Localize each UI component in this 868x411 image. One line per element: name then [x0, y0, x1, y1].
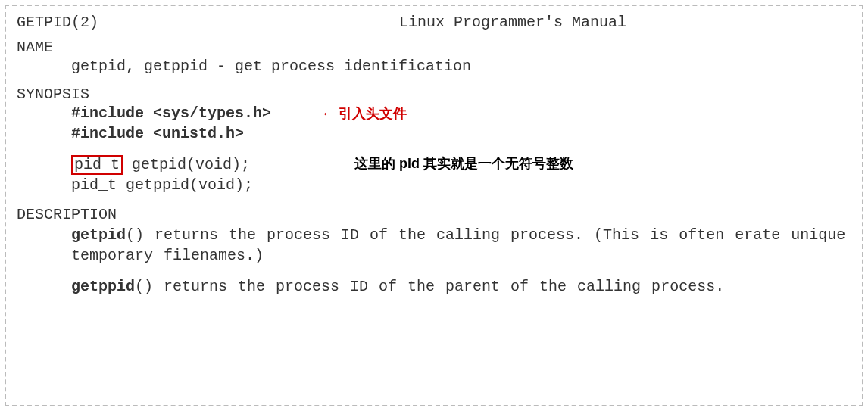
prototype-getpid: pid_t getpid(void);	[71, 154, 321, 175]
include-unistd: #include <unistd.h>	[71, 123, 321, 144]
prototype-row: pid_t getpid(void); pid_t getppid(void);…	[71, 154, 851, 195]
header-manual-title: Linux Programmer's Manual	[399, 14, 851, 31]
section-description-label: DESCRIPTION	[17, 206, 851, 223]
header-section-number: GETPID(2)	[17, 14, 399, 31]
manpage-header: GETPID(2) Linux Programmer's Manual	[17, 14, 851, 31]
description-getpid: getpid() returns the process ID of the c…	[17, 225, 851, 266]
getpid-description-text: () returns the process ID of the calling…	[71, 226, 845, 264]
pid-t-highlight: pid_t	[71, 155, 123, 175]
description-getppid: getppid() returns the process ID of the …	[17, 276, 851, 297]
annotation-pid-note: 这里的 pid 其实就是一个无符号整数	[321, 154, 573, 173]
getppid-fn-name: getppid	[71, 278, 135, 295]
getpid-fn-name: getpid	[71, 226, 126, 244]
manpage-container: GETPID(2) Linux Programmer's Manual NAME…	[5, 5, 863, 406]
section-name-label: NAME	[17, 39, 851, 56]
include-sys-types: #include <sys/types.h>	[71, 103, 321, 123]
getppid-description-text: () returns the process ID of the parent …	[135, 278, 724, 295]
annotation-include-note: ← 引入头文件	[321, 103, 407, 123]
name-text: getpid, getppid - get process identifica…	[17, 56, 851, 76]
includes-row: #include <sys/types.h> #include <unistd.…	[71, 103, 851, 144]
section-synopsis-label: SYNOPSIS	[17, 86, 851, 103]
prototype-getpid-rest: getpid(void);	[123, 156, 250, 173]
prototype-getppid: pid_t getppid(void);	[71, 175, 321, 195]
